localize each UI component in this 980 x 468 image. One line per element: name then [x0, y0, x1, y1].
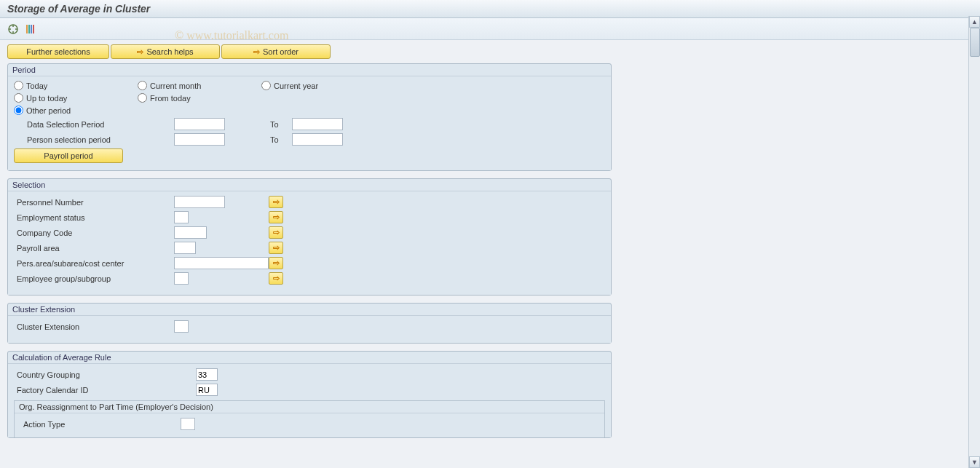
person-selection-period-label: Person selection period — [14, 135, 174, 144]
employee-group-input[interactable] — [174, 272, 189, 285]
org-reassign-title: Org. Reassignment to Part Time (Employer… — [15, 401, 604, 413]
company-code-input[interactable] — [174, 226, 207, 239]
to-label: To — [270, 135, 292, 144]
action-type-label: Action Type — [20, 420, 181, 429]
period-group-title: Period — [8, 64, 611, 76]
radio-current-month-label: Current month — [150, 82, 201, 90]
radio-up-to-today-label: Up to today — [26, 94, 67, 103]
radio-current-year-input[interactable] — [261, 81, 271, 90]
person-selection-from-input[interactable] — [174, 133, 225, 146]
cluster-extension-input[interactable] — [174, 320, 189, 333]
sort-order-label: Sort order — [263, 47, 299, 56]
page-title: Storage of Average in Cluster — [0, 0, 980, 18]
radio-other-period-input[interactable] — [14, 106, 23, 115]
radio-up-to-today[interactable]: Up to today — [14, 93, 138, 103]
arrow-right-icon: ⇨ — [253, 47, 260, 57]
factory-calendar-label: Factory Calendar ID — [14, 386, 196, 394]
personnel-number-label: Personnel Number — [14, 198, 174, 207]
pers-area-label: Pers.area/subarea/cost center — [14, 259, 174, 268]
org-reassign-subgroup: Org. Reassignment to Part Time (Employer… — [14, 400, 605, 437]
payroll-area-multiselect-button[interactable]: ⇨ — [269, 242, 283, 254]
arrow-right-icon: ⇨ — [137, 47, 143, 57]
selection-group-title: Selection — [8, 179, 611, 191]
cluster-extension-group-title: Cluster Extension — [8, 304, 611, 316]
data-selection-to-input[interactable] — [292, 118, 343, 130]
app-toolbar — [0, 18, 980, 40]
payroll-area-input[interactable] — [174, 242, 196, 254]
scroll-thumb[interactable] — [970, 28, 980, 57]
employment-status-input[interactable] — [174, 211, 189, 223]
employment-status-multiselect-button[interactable]: ⇨ — [269, 211, 283, 223]
pers-area-multiselect-button[interactable]: ⇨ — [269, 257, 283, 269]
employment-status-label: Employment status — [14, 213, 174, 222]
svg-rect-6 — [28, 25, 30, 33]
country-grouping-label: Country Grouping — [14, 370, 196, 379]
content-area: Further selections ⇨Search helps ⇨Sort o… — [0, 40, 980, 443]
action-type-input[interactable] — [181, 418, 195, 430]
company-code-label: Company Code — [14, 229, 174, 237]
radio-current-year[interactable]: Current year — [261, 81, 385, 90]
further-selections-button[interactable]: Further selections — [7, 44, 109, 59]
country-grouping-input[interactable] — [196, 368, 218, 381]
data-selection-from-input[interactable] — [174, 118, 225, 130]
radio-today-input[interactable] — [14, 81, 23, 90]
svg-rect-7 — [31, 25, 32, 33]
employee-group-multiselect-button[interactable]: ⇨ — [269, 272, 283, 285]
personnel-number-multiselect-button[interactable]: ⇨ — [269, 196, 283, 208]
sort-order-button[interactable]: ⇨Sort order — [221, 44, 331, 59]
calc-avg-group: Calculation of Average Rule Country Grou… — [7, 351, 612, 438]
radio-current-month[interactable]: Current month — [138, 81, 261, 90]
radio-other-period[interactable]: Other period — [14, 106, 138, 115]
payroll-area-label: Payroll area — [14, 244, 174, 253]
vertical-scrollbar[interactable]: ▲ ▼ — [968, 16, 980, 468]
radio-current-year-label: Current year — [274, 82, 318, 90]
cluster-extension-label: Cluster Extension — [14, 322, 174, 331]
company-code-multiselect-button[interactable]: ⇨ — [269, 226, 283, 239]
radio-up-to-today-input[interactable] — [14, 93, 23, 103]
top-button-row: Further selections ⇨Search helps ⇨Sort o… — [7, 44, 973, 59]
radio-other-period-label: Other period — [26, 106, 71, 115]
radio-from-today-input[interactable] — [138, 93, 147, 103]
color-stripes-icon[interactable] — [25, 23, 36, 35]
factory-calendar-input[interactable] — [196, 384, 218, 396]
employee-group-label: Employee group/subgroup — [14, 274, 174, 283]
radio-from-today[interactable]: From today — [138, 93, 261, 103]
svg-rect-5 — [26, 25, 28, 33]
pers-area-input[interactable] — [174, 257, 269, 269]
person-selection-to-input[interactable] — [292, 133, 343, 146]
to-label: To — [270, 120, 292, 129]
svg-rect-8 — [33, 25, 34, 33]
scroll-down-button[interactable]: ▼ — [969, 456, 980, 468]
cluster-extension-group: Cluster Extension Cluster Extension — [7, 303, 612, 344]
radio-today-label: Today — [26, 82, 47, 90]
period-group: Period Today Current month Current year … — [7, 63, 612, 171]
search-helps-button[interactable]: ⇨Search helps — [111, 44, 220, 59]
personnel-number-input[interactable] — [174, 196, 225, 208]
execute-icon[interactable] — [7, 23, 19, 35]
radio-from-today-label: From today — [150, 94, 191, 103]
scroll-up-button[interactable]: ▲ — [969, 16, 980, 28]
radio-today[interactable]: Today — [14, 81, 138, 90]
data-selection-period-label: Data Selection Period — [14, 120, 174, 129]
selection-group: Selection Personnel Number ⇨ Employment … — [7, 178, 612, 296]
calc-avg-group-title: Calculation of Average Rule — [8, 352, 611, 364]
search-helps-label: Search helps — [146, 47, 193, 56]
payroll-period-button[interactable]: Payroll period — [14, 148, 123, 163]
radio-current-month-input[interactable] — [138, 81, 147, 90]
